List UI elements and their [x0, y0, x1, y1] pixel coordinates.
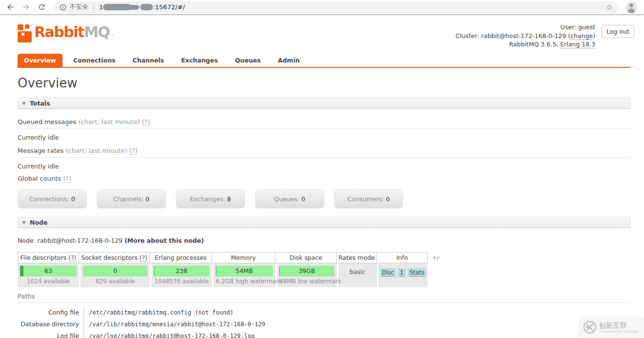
rabbitmq-logo-icon — [18, 24, 32, 42]
path-value-database: /var/lib/rabbitmq/mnesia/rabbit@host-172… — [83, 318, 631, 330]
page-content: RabbitMQ™ User: guest Cluster: rabbit@ho… — [0, 15, 644, 338]
watermark-logo-icon — [583, 321, 596, 334]
version-line: RabbitMQ 3.6.5, Erlang 18.3 — [456, 40, 595, 49]
user-block: User: guest Cluster: rabbit@host-172-168… — [456, 23, 634, 49]
tab-queues[interactable]: Queues — [229, 54, 267, 67]
erlang-processes-bar: 238 — [154, 266, 209, 276]
page-title: Overview — [18, 75, 631, 91]
info-badge-disc: Disc — [380, 268, 396, 277]
info-icon[interactable] — [60, 4, 66, 11]
memory-bar: 54MB — [216, 266, 273, 276]
tab-connections[interactable]: Connections — [67, 54, 122, 67]
col-header-info: Info — [377, 252, 428, 263]
masthead: RabbitMQ™ User: guest Cluster: rabbit@ho… — [18, 15, 631, 54]
info-badge-stats: Stats — [408, 268, 427, 277]
badge-exchanges: Exchanges:8 — [176, 189, 245, 209]
cluster-change-link[interactable]: change — [570, 32, 593, 40]
not-secure-label: 不安全 — [70, 3, 88, 11]
tab-channels[interactable]: Channels — [126, 54, 171, 67]
col-header-memory: Memory — [212, 252, 275, 263]
logo-trademark: ™ — [110, 34, 114, 39]
path-label-database: Database directory — [18, 318, 83, 330]
logout-button[interactable]: Log out — [602, 25, 634, 38]
bookmark-star-icon[interactable]: ☆ — [606, 3, 613, 11]
url-prefix: 1 — [99, 3, 103, 11]
logo-text-mq: MQ — [84, 23, 109, 41]
cell-rates-mode: basic — [337, 263, 377, 287]
watermark: 创新互联 CHUANGXIN HULIAN — [579, 317, 644, 338]
path-label-config: Config file — [18, 307, 83, 318]
paths-table: Config file /etc/rabbitmq/rabbitmq.confi… — [18, 307, 631, 338]
watermark-en-text: CHUANGXIN HULIAN — [599, 330, 638, 333]
global-counts-heading: Global counts (?) — [18, 175, 631, 182]
node-name-line: Node: rabbit@host-172-168-0-129 (More ab… — [18, 237, 631, 244]
logo-text-rabbit: Rabbit — [34, 23, 84, 41]
rates-help-link[interactable]: (?) — [129, 147, 137, 155]
tab-overview[interactable]: Overview — [18, 54, 62, 67]
disk-space-bar: 39GB — [279, 266, 334, 276]
badge-queues: Queues:0 — [255, 189, 324, 209]
cell-socket-descriptors: 0 829 available — [79, 263, 150, 287]
node-stats-table: File descriptors (?) Socket descriptors … — [18, 252, 428, 287]
sd-help-link[interactable]: (?) — [140, 254, 147, 262]
message-rates-status: Currently idle — [18, 163, 631, 170]
address-bar[interactable]: 不安全 | 1 :15672/#/ ☆ — [54, 1, 619, 13]
section-node[interactable]: Node — [18, 217, 631, 228]
more-about-node-link[interactable]: (More about this node) — [125, 237, 204, 244]
back-button[interactable] — [4, 1, 17, 14]
browser-profile-avatar[interactable] — [625, 1, 637, 13]
badge-connections: Connections:0 — [18, 189, 87, 209]
col-header-rates-mode: Rates mode — [337, 252, 377, 263]
badge-channels: Channels:0 — [97, 189, 166, 209]
queued-help-link[interactable]: (?) — [142, 118, 150, 126]
tab-admin[interactable]: Admin — [271, 54, 306, 67]
path-label-log: Log file — [18, 330, 83, 338]
user-label: User: guest — [456, 23, 595, 32]
socket-descriptors-bar: 0 — [83, 266, 147, 276]
section-totals[interactable]: Totals — [18, 98, 631, 109]
cell-memory: 54MB 6.2GB high watermark — [212, 263, 275, 287]
watermark-cn-text: 创新互联 — [599, 321, 638, 329]
global-help-link[interactable]: (?) — [63, 175, 71, 183]
omnibox-separator: | — [93, 3, 95, 11]
cell-info: Disc 1 Stats — [377, 263, 428, 287]
tab-exchanges[interactable]: Exchanges — [175, 54, 224, 67]
col-header-socket-descriptors: Socket descriptors (?) — [79, 252, 150, 263]
collapse-triangle-icon — [22, 102, 26, 105]
erlang-version-link[interactable]: Erlang 18.3 — [560, 41, 595, 48]
cell-erlang-processes: 238 1048576 available — [150, 263, 212, 287]
fd-help-link[interactable]: (?) — [68, 254, 76, 262]
path-value-log: /var/log/rabbitmq/rabbit@host-172-168-0-… — [83, 330, 631, 338]
col-header-file-descriptors: File descriptors (?) — [18, 252, 79, 263]
browser-toolbar: 不安全 | 1 :15672/#/ ☆ — [0, 0, 644, 15]
file-descriptors-bar: 63 — [20, 266, 77, 276]
reload-button[interactable] — [35, 1, 48, 14]
forward-button[interactable] — [20, 1, 32, 14]
cluster-line: Cluster: rabbit@host-172-168-0-129 (chan… — [456, 32, 595, 41]
nav-tabs: Overview Connections Channels Exchanges … — [18, 54, 631, 68]
info-badge-count: 1 — [398, 268, 406, 277]
col-header-erlang-processes: Erlang processes — [150, 252, 212, 263]
cell-disk-space: 39GB 48MB low watermark — [275, 263, 337, 287]
paths-heading: Paths — [18, 293, 631, 303]
path-value-config: /etc/rabbitmq/rabbitmq.config (not found… — [83, 307, 631, 318]
cell-file-descriptors: 63 1024 available — [18, 263, 79, 287]
global-counts-badges: Connections:0 Channels:0 Exchanges:8 Que… — [18, 189, 631, 209]
column-toggle[interactable]: +/- — [432, 254, 441, 261]
badge-consumers: Consumers:0 — [334, 189, 403, 209]
collapse-triangle-icon — [22, 221, 26, 224]
col-header-disk-space: Disk space — [275, 252, 337, 263]
queued-messages-status: Currently idle — [18, 134, 631, 141]
redacted-url-scribble — [103, 3, 153, 11]
message-rates-heading: Message rates (chart: last minute) (?) — [18, 148, 631, 158]
node-stats-area: File descriptors (?) Socket descriptors … — [18, 252, 631, 287]
url-suffix: :15672/#/ — [153, 3, 185, 11]
queued-messages-heading: Queued messages (chart: last minute) (?) — [18, 119, 631, 129]
